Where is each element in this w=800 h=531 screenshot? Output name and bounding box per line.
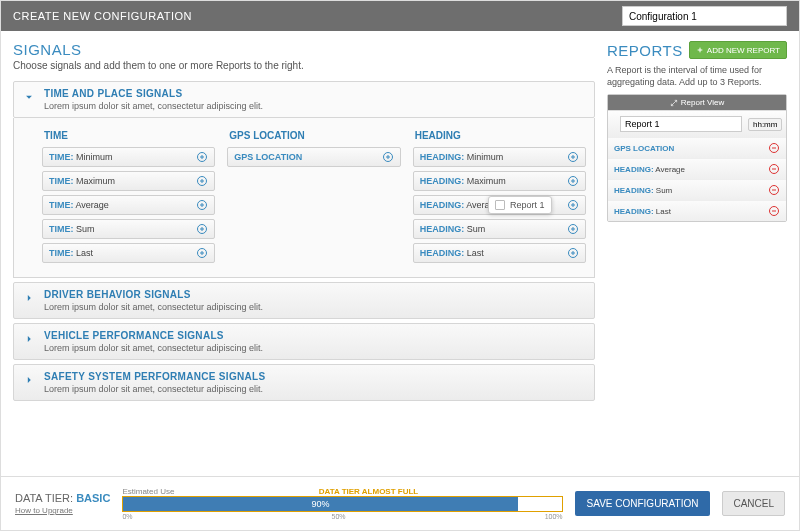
plus-icon — [196, 199, 208, 211]
signal-group-time-place[interactable]: TIME AND PLACE SIGNALS Lorem ipsum dolor… — [13, 81, 595, 118]
usage-bar-fill: 90% — [123, 497, 517, 511]
usage-bar: 90% — [122, 496, 562, 512]
topbar: CREATE NEW CONFIGURATION — [1, 1, 799, 31]
config-name-input[interactable] — [622, 6, 787, 26]
report-item-heading-last: HEADING: Last — [608, 200, 786, 221]
signal-time-average[interactable]: TIME: Average — [42, 195, 215, 215]
cancel-button[interactable]: CANCEL — [722, 491, 785, 516]
group-title: TIME AND PLACE SIGNALS — [44, 88, 263, 99]
report-item-heading-sum: HEADING: Sum — [608, 179, 786, 200]
data-tier-label: DATA TIER: BASIC — [15, 492, 110, 504]
plus-icon — [196, 175, 208, 187]
plus-icon — [382, 151, 394, 163]
chevron-right-icon — [22, 291, 36, 305]
signal-group-safety-system[interactable]: SAFETY SYSTEM PERFORMANCE SIGNALSLorem i… — [13, 364, 595, 401]
group-title: DRIVER BEHAVIOR SIGNALS — [44, 289, 263, 300]
interval-button[interactable]: hh:mm — [748, 118, 782, 131]
report-view-toggle[interactable]: Report View — [608, 95, 786, 110]
remove-icon[interactable] — [768, 205, 780, 217]
signal-time-minimum[interactable]: TIME: Minimum — [42, 147, 215, 167]
signal-time-last[interactable]: TIME: Last — [42, 243, 215, 263]
save-configuration-button[interactable]: SAVE CONFIGURATION — [575, 491, 711, 516]
group-desc: Lorem ipsum dolor sit amet, consectetur … — [44, 302, 263, 312]
footer: DATA TIER: BASIC How to Upgrade Estimate… — [1, 476, 799, 530]
plus-icon — [196, 151, 208, 163]
tier-warning: DATA TIER ALMOST FULL — [319, 487, 419, 496]
signal-heading-sum[interactable]: HEADING: Sum — [413, 219, 586, 239]
remove-icon[interactable] — [768, 163, 780, 175]
report-card: Report View hh:mm GPS LOCATION HEADING: … — [607, 94, 787, 222]
signal-heading-minimum[interactable]: HEADING: Minimum — [413, 147, 586, 167]
reports-subtitle: A Report is the interval of time used fo… — [607, 65, 787, 88]
remove-icon[interactable] — [768, 142, 780, 154]
plus-icon — [196, 247, 208, 259]
plus-icon — [567, 247, 579, 259]
reports-panel: REPORTS ADD NEW REPORT A Report is the i… — [607, 41, 787, 476]
plus-icon — [196, 223, 208, 235]
group-title: SAFETY SYSTEM PERFORMANCE SIGNALS — [44, 371, 265, 382]
remove-icon[interactable] — [768, 184, 780, 196]
col-title-heading: HEADING — [415, 130, 586, 141]
col-title-time: TIME — [44, 130, 215, 141]
group-title: VEHICLE PERFORMANCE SIGNALS — [44, 330, 263, 341]
add-report-button[interactable]: ADD NEW REPORT — [689, 41, 787, 59]
signal-gps-location[interactable]: GPS LOCATION — [227, 147, 400, 167]
signals-title: SIGNALS — [13, 41, 595, 58]
report-item-heading-average: HEADING: Average — [608, 158, 786, 179]
group-desc: Lorem ipsum dolor sit amet, consectetur … — [44, 343, 263, 353]
signal-time-sum[interactable]: TIME: Sum — [42, 219, 215, 239]
estimated-use: Estimated Use DATA TIER ALMOST FULL 90% … — [122, 487, 562, 520]
upgrade-link[interactable]: How to Upgrade — [15, 506, 110, 515]
est-label: Estimated Use — [122, 487, 174, 496]
report-name-input[interactable] — [620, 116, 742, 132]
ghost-label: Report 1 — [510, 200, 545, 210]
signals-panel: SIGNALS Choose signals and add them to o… — [13, 41, 595, 476]
expand-icon — [670, 99, 678, 107]
signals-subtitle: Choose signals and add them to one or mo… — [13, 60, 595, 71]
group-desc: Lorem ipsum dolor sit amet, consectetur … — [44, 384, 265, 394]
topbar-title: CREATE NEW CONFIGURATION — [13, 10, 192, 22]
chevron-right-icon — [22, 373, 36, 387]
col-title-gps: GPS LOCATION — [229, 130, 400, 141]
signal-heading-last[interactable]: HEADING: Last — [413, 243, 586, 263]
reports-title: REPORTS — [607, 42, 683, 59]
signal-group-vehicle-performance[interactable]: VEHICLE PERFORMANCE SIGNALSLorem ipsum d… — [13, 323, 595, 360]
signal-time-maximum[interactable]: TIME: Maximum — [42, 171, 215, 191]
plus-icon — [567, 199, 579, 211]
signal-heading-maximum[interactable]: HEADING: Maximum — [413, 171, 586, 191]
chevron-down-icon — [22, 90, 36, 104]
group-desc: Lorem ipsum dolor sit amet, consectetur … — [44, 101, 263, 111]
plus-icon — [567, 223, 579, 235]
checkbox-icon — [495, 200, 505, 210]
drag-ghost[interactable]: Report 1 — [488, 196, 552, 214]
chevron-right-icon — [22, 332, 36, 346]
plus-icon — [567, 151, 579, 163]
signal-group-driver-behavior[interactable]: DRIVER BEHAVIOR SIGNALSLorem ipsum dolor… — [13, 282, 595, 319]
plus-icon — [696, 46, 704, 54]
report-item-gps: GPS LOCATION — [608, 137, 786, 158]
plus-icon — [567, 175, 579, 187]
